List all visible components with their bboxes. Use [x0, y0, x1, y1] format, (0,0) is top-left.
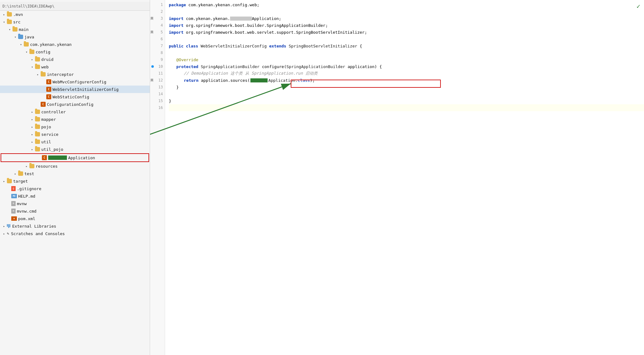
sidebar-item-webservlet[interactable]: C WebServletInitializerConfig — [0, 86, 150, 93]
classname: WebServletInitializerConfig — [201, 44, 269, 48]
bookmark-icon — [151, 31, 153, 34]
arrow-icon — [30, 110, 34, 114]
arrow-icon — [30, 140, 34, 144]
sidebar-item-external-libraries[interactable]: External Libraries — [0, 222, 150, 230]
line-num-8: 8 — [150, 49, 165, 56]
line-num-14: 14 — [150, 91, 165, 97]
md-icon: MD — [11, 194, 17, 198]
classname: SpringBootServletInitializer — [289, 44, 360, 48]
sidebar-item-service[interactable]: service — [0, 131, 150, 138]
sidebar-item-java[interactable]: java — [0, 33, 150, 41]
sidebar-item-label: External Libraries — [12, 224, 56, 229]
folder-icon — [7, 20, 12, 24]
sidebar-item-webmvc[interactable]: C WebMvcConfigurerConfig — [0, 78, 150, 86]
project-sidebar: D:\install\IDEA\IDEAwp\ .mvn src main ja… — [0, 0, 150, 355]
sidebar-item-util-pojo[interactable]: util_pojo — [0, 145, 150, 153]
redacted-badge — [230, 17, 252, 21]
sidebar-item-gitignore[interactable]: g .gitignore — [0, 185, 150, 192]
arrow-icon — [24, 165, 29, 168]
sidebar-item-label: druid — [41, 57, 53, 62]
code-line-8 — [169, 49, 644, 56]
code-line-12: return application.sources( Application.… — [169, 77, 644, 84]
code-text: ); — [310, 78, 315, 83]
sidebar-item-src[interactable]: src — [0, 18, 150, 26]
arrow-icon — [2, 232, 6, 235]
sidebar-item-resources[interactable]: resources — [0, 162, 150, 170]
bookmark-icon — [151, 79, 153, 82]
arrow-icon — [2, 180, 6, 183]
sidebar-item-test[interactable]: test — [0, 170, 150, 177]
keyword: package — [169, 2, 186, 7]
sidebar-item-config[interactable]: config — [0, 48, 150, 56]
code-area[interactable]: package com.ykenan.ykenan.config.web; im… — [165, 0, 644, 355]
sidebar-item-util[interactable]: util — [0, 138, 150, 145]
classname: SpringApplicationBuilder — [286, 64, 348, 69]
folder-icon — [13, 27, 18, 32]
sidebar-item-label: com.ykenan.ykenan — [30, 42, 72, 47]
sidebar-item-label: config — [36, 50, 50, 54]
line-num-15: 15 — [150, 97, 165, 104]
keyword: import — [169, 30, 184, 35]
sidebar-item-label: controller — [41, 110, 66, 114]
folder-icon — [35, 117, 40, 121]
libraries-icon — [7, 224, 10, 228]
keyword: protected — [176, 64, 201, 69]
sidebar-item-webstatic[interactable]: C WebStaticConfig — [0, 93, 150, 101]
folder-icon — [29, 164, 34, 168]
line-num-3: 3 — [150, 15, 165, 22]
arrow-icon — [13, 172, 18, 175]
sidebar-item-label: util — [41, 140, 51, 144]
line-num-5: 5 — [150, 29, 165, 36]
line-num-4: 4 — [150, 22, 165, 29]
code-text: org.springframework.boot.web.servlet.sup… — [184, 30, 367, 35]
folder-icon — [35, 125, 40, 129]
code-text: Application; — [252, 16, 281, 21]
sidebar-item-interceptor[interactable]: interceptor — [0, 71, 150, 78]
code-line-4: import org.springframework.boot.builder.… — [169, 22, 644, 29]
sidebar-item-pojo[interactable]: pojo — [0, 123, 150, 131]
keyword: public class — [169, 44, 201, 48]
arrow-icon — [30, 58, 34, 61]
classname: SpringApplicationBuilder — [201, 64, 262, 69]
arrow-icon — [30, 148, 34, 151]
sidebar-item-label: test — [24, 171, 34, 176]
line-num-12: 12 — [150, 77, 165, 84]
line-num-7: 7 — [150, 42, 165, 49]
sidebar-item-label: mvnw — [17, 201, 27, 206]
code-text: configure( — [262, 64, 286, 69]
file-icon: m — [11, 209, 16, 214]
sidebar-item-label: target — [13, 179, 28, 184]
sidebar-item-scratches[interactable]: ✎ Scratches and Consoles — [0, 230, 150, 237]
sidebar-item-mvnwcmd[interactable]: m mvnw.cmd — [0, 207, 150, 215]
java-class-icon: C — [42, 155, 47, 160]
arrow-icon — [2, 20, 6, 24]
sidebar-item-configconfig[interactable]: C ConfigurationConfig — [0, 101, 150, 108]
sidebar-item-label: pom.xml — [18, 216, 35, 221]
sidebar-item-target[interactable]: target — [0, 177, 150, 185]
java-class-icon: C — [46, 87, 51, 92]
code-text: com.ykenan.ykenan. — [184, 16, 230, 21]
code-line-7: public class WebServletInitializerConfig… — [169, 42, 644, 49]
sidebar-item-label: util_pojo — [41, 147, 63, 152]
sidebar-item-mvn[interactable]: .mvn — [0, 11, 150, 18]
sidebar-item-mvnw[interactable]: m mvnw — [0, 200, 150, 207]
sidebar-item-controller[interactable]: controller — [0, 108, 150, 116]
sidebar-item-web[interactable]: web — [0, 63, 150, 71]
sidebar-item-druid[interactable]: druid — [0, 56, 150, 63]
keyword: class — [298, 78, 310, 83]
sidebar-item-application[interactable]: C Application — [1, 153, 149, 162]
arrow-icon — [19, 43, 23, 46]
sidebar-item-main[interactable]: main — [0, 26, 150, 33]
folder-icon — [35, 140, 40, 144]
sidebar-item-package[interactable]: com.ykenan.ykenan — [0, 41, 150, 48]
sidebar-item-label: src — [13, 20, 20, 24]
code-line-14 — [169, 91, 644, 97]
application-green-badge — [48, 155, 67, 160]
sidebar-item-help[interactable]: MD HELP.md — [0, 192, 150, 200]
folder-icon — [35, 110, 40, 114]
sidebar-item-label: WebServletInitializerConfig — [53, 87, 118, 92]
sidebar-item-label: interceptor — [47, 72, 74, 77]
sidebar-item-mapper[interactable]: mapper — [0, 116, 150, 123]
sidebar-item-pom[interactable]: m pom.xml — [0, 215, 150, 222]
checkmark-icon: ✓ — [636, 2, 640, 10]
